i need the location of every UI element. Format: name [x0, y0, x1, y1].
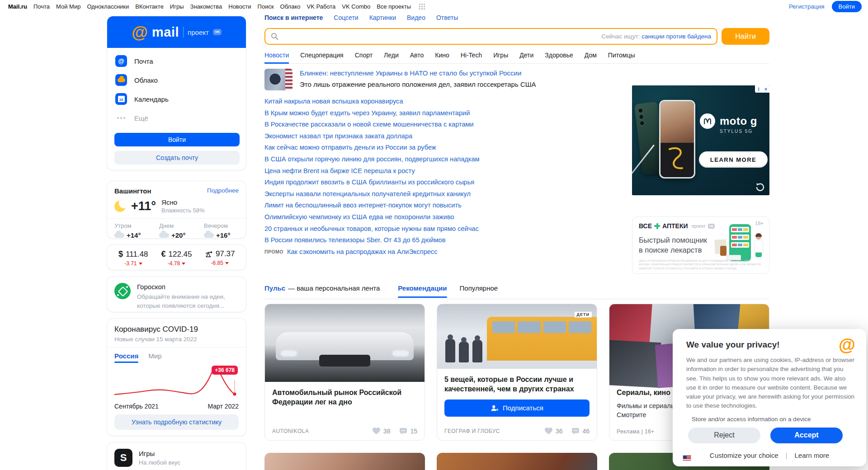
news-link[interactable]: Эксперты назвали потенциальных получател…	[264, 190, 631, 197]
news-link[interactable]: В России появились телевизоры Sber. От 4…	[264, 236, 631, 244]
horoscope-widget[interactable]: Гороскоп Обращайте внимание на идеи, кот…	[107, 276, 246, 312]
sidebar-item-calendar[interactable]: 16 Календарь	[115, 89, 246, 108]
games-widget[interactable]: S Игры На любой вкус	[107, 442, 246, 470]
reject-button[interactable]: Reject	[688, 428, 760, 443]
news-link[interactable]: Олимпийскую чемпионку из США едва не пох…	[264, 213, 631, 221]
topnav-item-igry[interactable]: Игры	[170, 3, 184, 10]
comment-count[interactable]: 15	[410, 428, 417, 435]
mail-logo[interactable]: @ mail проект VK	[107, 16, 246, 48]
news-tab-ledi[interactable]: Леди	[384, 52, 399, 59]
feed-card-image[interactable]: ДЕТИ	[437, 304, 597, 369]
comment-icon[interactable]	[571, 428, 580, 435]
apps-grid-icon[interactable]	[419, 4, 425, 9]
feed-card-image[interactable]	[264, 453, 425, 470]
news-link[interactable]: В Роскачестве рассказали о новой схеме м…	[264, 121, 631, 128]
accept-button[interactable]: Accept	[770, 428, 843, 443]
pulse-tab-recommendations[interactable]: Рекомендации	[398, 284, 447, 298]
topnav-item-vk-combo[interactable]: VK Combo	[342, 3, 370, 10]
pulse-title-link[interactable]: Пульс	[264, 284, 285, 292]
search-input[interactable]	[282, 33, 598, 41]
lead-news-title[interactable]: Блинкен: невступление Украины в НАТО не …	[300, 69, 521, 77]
news-tab-pitomcy[interactable]: Питомцы	[608, 52, 635, 59]
lead-news-image[interactable]	[264, 69, 292, 90]
topnav-item-odnoklassniki[interactable]: Одноклассники	[87, 3, 129, 10]
weather-more-link[interactable]: Подробнее	[207, 187, 239, 195]
search-tab-social[interactable]: Соцсети	[334, 14, 358, 21]
news-tab-novosti[interactable]: Новости	[264, 52, 289, 59]
news-link[interactable]: Лимит на беспошлинный ввоз интернет-поку…	[264, 202, 631, 209]
feed-card-image[interactable]	[265, 304, 425, 382]
subscribe-button[interactable]: Подписаться	[444, 400, 590, 417]
feed-card-image[interactable]	[437, 453, 597, 470]
news-link[interactable]: В США открыли горячую линию для россиян,…	[264, 155, 631, 163]
covid-tab-russia[interactable]: Россия	[114, 352, 138, 363]
search-submit-button[interactable]: Найти	[722, 28, 769, 45]
us-flag-decoration	[285, 69, 292, 90]
news-link[interactable]: Цена нефти Brent на бирже ICE перешла к …	[264, 167, 631, 174]
learn-more-link[interactable]: Learn more	[794, 451, 829, 459]
topnav-item-vse-proekty[interactable]: Все проекты	[377, 3, 411, 10]
news-tab-avto[interactable]: Авто	[410, 52, 424, 59]
covid-stats-button[interactable]: Узнать подробную статистику	[114, 414, 239, 430]
ad-close-icon[interactable]: ×	[762, 85, 769, 93]
topnav-item-poisk[interactable]: Поиск	[258, 3, 274, 10]
apteki-ad-banner[interactable]: ВСЕ АПТЕКИ проект VK Быстрый помощник в …	[632, 216, 769, 274]
news-link[interactable]: Как сейчас можно отправить деньги из Рос…	[264, 144, 631, 151]
search-tab-web[interactable]: Поиск в интернете	[264, 14, 323, 21]
news-tab-specoperaciya[interactable]: Спецоперация	[300, 52, 343, 59]
news-link[interactable]: Индия продолжит ввозить в США бриллианты…	[264, 179, 631, 186]
sidebar-login-button[interactable]: Войти	[114, 133, 240, 146]
news-link[interactable]: Экономист назвал три признака заката дол…	[264, 132, 631, 140]
lead-news[interactable]: Блинкен: невступление Украины в НАТО не …	[264, 69, 631, 90]
like-icon[interactable]	[544, 427, 553, 435]
news-link[interactable]: 20 странных и необычных товаров, которые…	[264, 225, 631, 232]
feed-card-title[interactable]: Автомобильный рынок Российской Федерации…	[265, 382, 425, 407]
comment-icon[interactable]	[399, 428, 407, 435]
search-tab-video[interactable]: Видео	[407, 14, 425, 21]
like-icon[interactable]	[372, 427, 381, 435]
topnav-item-moymir[interactable]: Мой Мир	[56, 3, 80, 10]
search-tab-answers[interactable]: Ответы	[436, 14, 458, 21]
comment-count[interactable]: 46	[582, 428, 590, 435]
topnav-item-pochta[interactable]: Почта	[33, 3, 50, 10]
pulse-tab-popular[interactable]: Популярное	[460, 284, 498, 298]
topnav-item-oblako[interactable]: Облако	[280, 3, 301, 10]
news-tab-dom[interactable]: Дом	[585, 52, 597, 59]
news-tab-zdorovie[interactable]: Здоровье	[545, 52, 573, 59]
sidebar-item-mail[interactable]: @ Почта	[115, 52, 246, 70]
sidebar-item-cloud[interactable]: Облако	[115, 70, 246, 89]
news-link[interactable]: Китай накрыла новая вспышка коронавируса	[264, 98, 631, 105]
news-tab-igry[interactable]: Игры	[493, 52, 508, 59]
topnav-item-vk-rabota[interactable]: VK Работа	[307, 3, 335, 10]
sidebar-main-card: @ mail проект VK @ Почта Облако 16 Кален…	[107, 16, 246, 170]
moto-ad-banner[interactable]: moto g STYLUS 5G LEARN MORE i ×	[632, 85, 769, 195]
sidebar-item-label: Календарь	[134, 95, 169, 103]
learn-more-button[interactable]: LEARN MORE	[699, 151, 768, 168]
sidebar-item-more[interactable]: Ещё	[115, 108, 246, 127]
create-mail-button[interactable]: Создать почту	[114, 151, 240, 164]
topnav-item-znakomstva[interactable]: Знакомства	[190, 3, 222, 10]
mailru-home-link[interactable]: Mail.ru	[8, 3, 27, 10]
top-login-button[interactable]: Войти	[832, 1, 862, 12]
news-tab-sport[interactable]: Спорт	[355, 52, 373, 59]
like-count[interactable]: 38	[383, 428, 391, 435]
trending-query-link[interactable]: санкции против байдена	[642, 33, 711, 40]
topnav-item-novosti[interactable]: Новости	[228, 3, 251, 10]
covid-tab-world[interactable]: Мир	[148, 352, 161, 363]
like-count[interactable]: 36	[556, 428, 563, 435]
language-flag-icon[interactable]	[683, 455, 691, 461]
news-tab-deti[interactable]: Дети	[519, 52, 533, 59]
news-tab-kino[interactable]: Кино	[435, 52, 449, 59]
customize-choice-link[interactable]: Customize your choice	[710, 451, 778, 459]
search-tab-images[interactable]: Картинки	[369, 14, 396, 21]
register-link[interactable]: Регистрация	[789, 3, 825, 10]
search-row: Сейчас ищут: санкции против байдена Найт…	[264, 28, 769, 45]
promo-news-link[interactable]: Как сэкономить на распродажах на АлиЭксп…	[287, 248, 437, 255]
currency-rates-widget: $ 111.48 -3.71 € 122.45 -4.78 97.37	[107, 244, 246, 270]
ad-refresh-icon[interactable]	[755, 182, 765, 192]
news-tab-hitech[interactable]: Hi-Tech	[461, 52, 482, 59]
news-link[interactable]: В Крым можно будет ездить через Украину,…	[264, 109, 631, 117]
ad-info-icon[interactable]: i	[755, 85, 762, 93]
topnav-item-vkontakte[interactable]: ВКонтакте	[135, 3, 164, 10]
feed-card-title[interactable]: 5 вещей, которые в России лучше и качест…	[437, 369, 597, 394]
